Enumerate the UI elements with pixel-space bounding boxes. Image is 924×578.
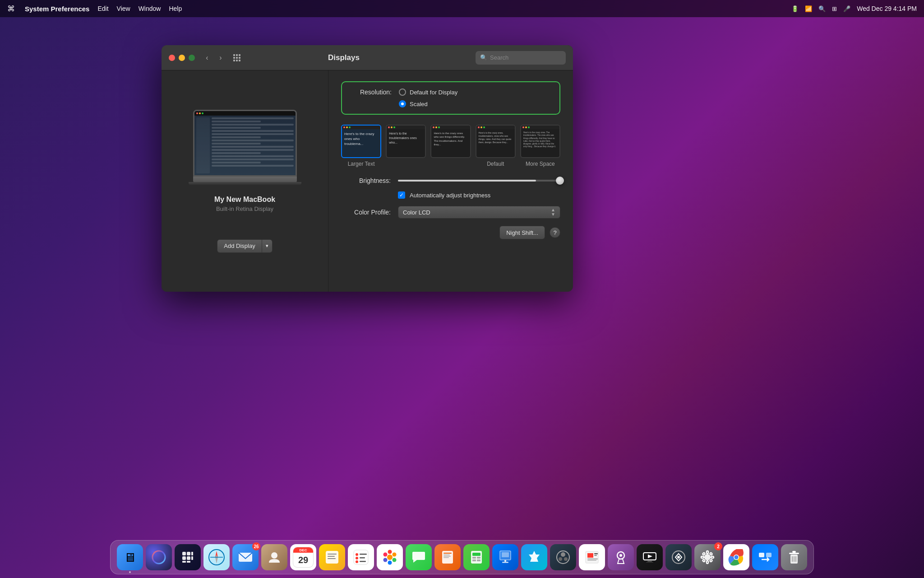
dock-item-pages[interactable] <box>434 544 461 570</box>
night-shift-button[interactable]: Night Shift... <box>499 226 545 239</box>
dock: 🖥 26 DEC 29 <box>110 540 814 574</box>
dock-item-news[interactable] <box>579 544 605 570</box>
dock-item-calendar[interactable]: DEC 29 <box>290 544 316 570</box>
dock-item-system-preferences[interactable]: 2 <box>694 544 721 570</box>
search-bar[interactable]: 🔍 Search <box>476 51 566 65</box>
menubar-view[interactable]: View <box>117 5 130 12</box>
siri-menubar-icon[interactable]: 🎤 <box>843 5 850 12</box>
dock-item-launchpad[interactable] <box>175 544 201 570</box>
radio-scaled-label: Scaled <box>410 101 428 107</box>
minimize-button[interactable] <box>179 55 185 61</box>
scale-preview-default[interactable]: Here's to the crazy ones, troublemakers,… <box>476 125 516 158</box>
brightness-slider[interactable] <box>398 180 560 182</box>
dock-item-appletv[interactable] <box>637 544 663 570</box>
back-arrow[interactable]: ‹ <box>201 52 213 64</box>
close-button[interactable] <box>169 55 175 61</box>
brightness-label: Brightness: <box>341 177 391 184</box>
svg-rect-49 <box>472 557 476 559</box>
svg-rect-16 <box>182 561 186 563</box>
search-bar-icon: 🔍 <box>480 54 487 61</box>
add-display-arrow[interactable]: ▾ <box>262 239 273 253</box>
brightness-slider-container <box>398 180 560 182</box>
svg-rect-88 <box>759 553 764 557</box>
search-bar-placeholder: Search <box>490 54 508 61</box>
svg-point-74 <box>677 556 680 559</box>
add-display-button[interactable]: Add Display <box>217 239 262 253</box>
svg-point-39 <box>388 561 392 565</box>
scale-option-larger-text[interactable]: Here's to the crazy ones who troublema..… <box>341 125 381 167</box>
dock-item-reminders[interactable] <box>348 544 374 570</box>
macbook-preview <box>193 110 297 182</box>
dock-item-notes[interactable] <box>319 544 345 570</box>
svg-point-9 <box>152 551 165 564</box>
dock-item-siri[interactable] <box>146 544 172 570</box>
svg-point-58 <box>561 552 565 557</box>
svg-point-59 <box>559 557 562 561</box>
resolution-radio-group: Default for Display Scaled <box>399 89 457 107</box>
apple-menu-icon[interactable]: ⌘ <box>7 4 15 14</box>
scale-label-larger-text: Larger Text <box>348 161 375 167</box>
menubar-window[interactable]: Window <box>139 5 161 12</box>
brightness-thumb[interactable] <box>556 177 564 185</box>
dock-item-appstore[interactable] <box>521 544 547 570</box>
menubar-edit[interactable]: Edit <box>97 5 108 12</box>
dock-item-numbers[interactable] <box>463 544 490 570</box>
scale-preview-3[interactable]: Here's to the crazy ones who see things … <box>430 125 471 158</box>
scale-preview-more-space[interactable]: Here's to the crazy ones. The troublemak… <box>520 125 560 158</box>
dock-item-finder[interactable]: 🖥 <box>117 544 143 570</box>
svg-point-29 <box>356 553 358 556</box>
svg-rect-92 <box>792 551 796 553</box>
dock-item-contacts[interactable] <box>261 544 287 570</box>
radio-scaled-inner <box>401 103 404 105</box>
svg-rect-10 <box>182 552 186 555</box>
dock-item-podcasts[interactable] <box>608 544 634 570</box>
radio-scaled[interactable]: Scaled <box>399 100 457 107</box>
dock-item-compressor[interactable] <box>665 544 692 570</box>
dock-item-messages[interactable] <box>406 544 432 570</box>
content-area: My New MacBook Built-in Retina Display A… <box>162 70 573 292</box>
dock-item-chrome[interactable] <box>723 544 749 570</box>
svg-point-33 <box>356 560 358 563</box>
svg-rect-50 <box>477 557 480 559</box>
dock-item-mail[interactable]: 26 <box>232 544 259 570</box>
battery-icon: 🔋 <box>791 5 799 12</box>
scale-preview-2[interactable]: Here's to the troublemakers ones who... <box>386 125 426 158</box>
system-preferences-window: ‹ › Displays 🔍 Search <box>162 45 573 292</box>
svg-rect-52 <box>477 559 480 561</box>
auto-brightness-label: Automatically adjust brightness <box>410 192 490 199</box>
scale-option-2[interactable]: Here's to the troublemakers ones who... <box>386 125 426 167</box>
maximize-button[interactable] <box>189 55 195 61</box>
help-button[interactable]: ? <box>550 227 560 238</box>
scale-option-more-space[interactable]: Here's to the crazy ones. The troublemak… <box>520 125 560 167</box>
svg-point-36 <box>388 550 392 554</box>
svg-rect-24 <box>326 551 338 564</box>
radio-default-label: Default for Display <box>410 89 457 96</box>
device-subtitle: Built-in Retina Display <box>216 205 273 212</box>
scale-preview-larger-text[interactable]: Here's to the crazy ones who troublema..… <box>341 125 381 158</box>
dock-item-safari[interactable] <box>203 544 230 570</box>
scale-option-3[interactable]: Here's to the crazy ones who see things … <box>430 125 471 167</box>
auto-brightness-row: ✓ Automatically adjust brightness <box>341 191 560 199</box>
menubar-app-name[interactable]: System Preferences <box>25 5 89 13</box>
dock-item-trash[interactable] <box>781 544 807 570</box>
svg-rect-30 <box>360 554 367 555</box>
dock-item-migration[interactable] <box>752 544 778 570</box>
scale-option-default[interactable]: Here's to the crazy ones, troublemakers,… <box>476 125 516 167</box>
svg-point-38 <box>393 558 397 562</box>
mail-badge: 26 <box>252 542 260 550</box>
svg-rect-14 <box>187 556 190 560</box>
menubar-help[interactable]: Help <box>169 5 182 12</box>
svg-rect-81 <box>710 559 712 562</box>
radio-scaled-outer[interactable] <box>399 100 406 107</box>
dock-item-photos[interactable] <box>377 544 403 570</box>
search-icon[interactable]: 🔍 <box>818 5 826 12</box>
control-center-icon[interactable]: ⊞ <box>832 5 837 12</box>
color-profile-select[interactable]: Color LCD ▲▼ <box>398 206 560 219</box>
dock-item-keynote[interactable] <box>492 544 518 570</box>
dock-item-coduo[interactable] <box>550 544 576 570</box>
auto-brightness-checkbox[interactable]: ✓ <box>398 191 405 199</box>
bottom-row: Night Shift... ? <box>341 226 560 239</box>
radio-default[interactable]: Default for Display <box>399 89 457 96</box>
radio-default-outer[interactable] <box>399 89 406 96</box>
macbook-screen <box>193 110 297 177</box>
